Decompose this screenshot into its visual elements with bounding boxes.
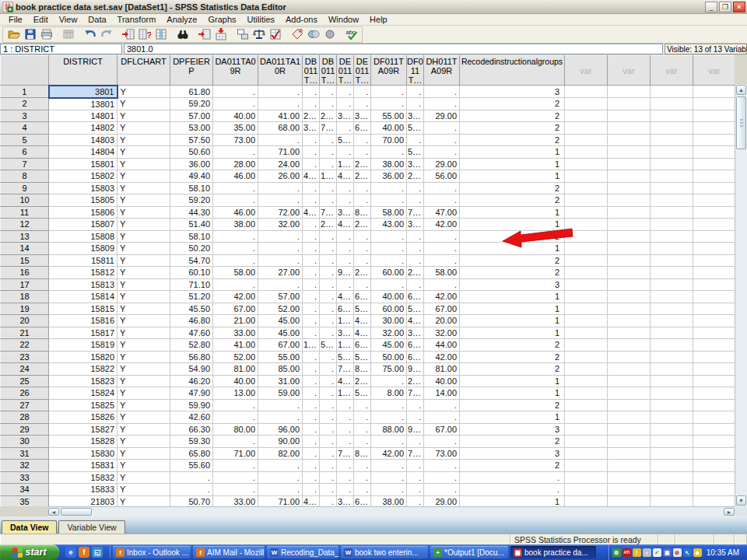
- column-header-dpfeierp[interactable]: DPFEIERP: [170, 56, 213, 86]
- grid-cell[interactable]: .: [303, 399, 320, 411]
- grid-cell[interactable]: .: [258, 194, 303, 207]
- grid-cell[interactable]: .: [213, 278, 258, 291]
- grid-cell[interactable]: 15813: [49, 278, 117, 291]
- grid-cell-empty[interactable]: [565, 158, 608, 170]
- grid-cell[interactable]: .: [320, 230, 337, 243]
- column-header-var[interactable]: var: [608, 56, 651, 86]
- grid-cell[interactable]: .: [320, 146, 337, 159]
- grid-cell[interactable]: 26.00: [258, 170, 303, 183]
- grid-cell[interactable]: .: [371, 460, 407, 472]
- grid-cell[interactable]: 3…: [407, 158, 424, 170]
- grid-cell[interactable]: .: [354, 460, 371, 472]
- grid-cell[interactable]: 7…: [337, 447, 354, 460]
- grid-cell[interactable]: 2: [460, 399, 565, 411]
- grid-cell-empty[interactable]: [651, 267, 693, 279]
- grid-cell[interactable]: 27.00: [258, 267, 303, 279]
- grid-cell[interactable]: .: [258, 411, 303, 424]
- grid-cell[interactable]: .: [170, 484, 213, 496]
- grid-cell-empty[interactable]: [608, 98, 651, 110]
- grid-cell[interactable]: 71.00: [213, 447, 258, 460]
- grid-cell[interactable]: .: [424, 146, 460, 159]
- grid-cell-empty[interactable]: [693, 110, 735, 122]
- grid-cell-empty[interactable]: [651, 423, 693, 436]
- grid-cell[interactable]: Y: [117, 484, 170, 496]
- grid-cell-empty[interactable]: [693, 387, 735, 400]
- column-header-df011ta09r[interactable]: DF011TA09R: [371, 56, 407, 86]
- grid-cell-empty[interactable]: [693, 303, 735, 315]
- grid-cell[interactable]: .: [354, 278, 371, 291]
- grid-cell-empty[interactable]: [565, 447, 608, 460]
- column-header-var[interactable]: var: [651, 56, 693, 86]
- grid-cell[interactable]: 3…: [337, 495, 354, 506]
- grid-cell-empty[interactable]: [565, 146, 608, 159]
- grid-cell[interactable]: 36.00: [170, 158, 213, 170]
- grid-cell[interactable]: 15802: [49, 170, 117, 183]
- grid-cell-empty[interactable]: [608, 182, 651, 194]
- grid-cell[interactable]: 5…: [337, 134, 354, 146]
- grid-cell[interactable]: 67.00: [213, 303, 258, 315]
- grid-cell-empty[interactable]: [693, 327, 735, 339]
- grid-cell[interactable]: .: [213, 243, 258, 255]
- grid-cell[interactable]: 15807: [49, 219, 117, 231]
- grid-cell-empty[interactable]: [651, 278, 693, 291]
- grid-cell[interactable]: 58.00: [371, 206, 407, 219]
- grid-cell-empty[interactable]: [608, 110, 651, 122]
- grid-cell[interactable]: 40.00: [424, 375, 460, 387]
- grid-cell[interactable]: .: [407, 471, 424, 484]
- grid-cell-empty[interactable]: [651, 399, 693, 411]
- grid-cell-empty[interactable]: [565, 291, 608, 303]
- grid-cell[interactable]: .: [424, 230, 460, 243]
- grid-cell-empty[interactable]: [565, 471, 608, 484]
- grid-cell[interactable]: .: [354, 436, 371, 448]
- grid-cell[interactable]: .: [407, 436, 424, 448]
- grid-cell-empty[interactable]: [693, 375, 735, 387]
- grid-cell[interactable]: 4…: [337, 291, 354, 303]
- grid-cell-empty[interactable]: [565, 375, 608, 387]
- grid-cell[interactable]: 13.00: [213, 387, 258, 400]
- grid-cell[interactable]: Y: [117, 134, 170, 146]
- grid-cell[interactable]: Y: [117, 303, 170, 315]
- grid-cell-empty[interactable]: [651, 170, 693, 183]
- goto-variable-icon[interactable]: ?: [136, 27, 153, 41]
- grid-cell[interactable]: .: [371, 230, 407, 243]
- grid-cell[interactable]: .: [320, 267, 337, 279]
- grid-cell-empty[interactable]: [651, 194, 693, 207]
- grid-cell[interactable]: .: [303, 471, 320, 484]
- grid-cell[interactable]: 3: [460, 423, 565, 436]
- grid-cell[interactable]: .: [303, 363, 320, 376]
- grid-cell[interactable]: .: [371, 254, 407, 267]
- grid-cell-empty[interactable]: [693, 278, 735, 291]
- show-all-variables-icon[interactable]: [321, 27, 338, 41]
- grid-cell-empty[interactable]: [651, 291, 693, 303]
- grid-cell[interactable]: 59.90: [170, 399, 213, 411]
- grid-cell[interactable]: .: [320, 315, 337, 327]
- grid-cell[interactable]: .: [407, 194, 424, 207]
- grid-cell[interactable]: 7…: [320, 122, 337, 135]
- grid-cell[interactable]: .: [213, 460, 258, 472]
- grid-cell[interactable]: 2…: [407, 375, 424, 387]
- grid-cell[interactable]: .: [320, 278, 337, 291]
- grid-cell-empty[interactable]: [693, 436, 735, 448]
- grid-cell[interactable]: .: [213, 182, 258, 194]
- grid-cell[interactable]: 42.00: [213, 291, 258, 303]
- grid-cell-empty[interactable]: [565, 495, 608, 506]
- grid-cell[interactable]: 2…: [354, 158, 371, 170]
- grid-cell[interactable]: 15812: [49, 267, 117, 279]
- grid-cell[interactable]: 8…: [354, 363, 371, 376]
- row-header-13[interactable]: 13: [1, 230, 49, 243]
- grid-cell[interactable]: Y: [117, 206, 170, 219]
- grid-cell-empty[interactable]: [651, 387, 693, 400]
- grid-cell[interactable]: .: [337, 122, 354, 135]
- grid-cell[interactable]: Y: [117, 363, 170, 376]
- menu-data[interactable]: Data: [82, 15, 111, 24]
- grid-cell[interactable]: .: [258, 230, 303, 243]
- grid-cell[interactable]: .: [303, 158, 320, 170]
- grid-cell[interactable]: 42.00: [424, 291, 460, 303]
- tab-data-view[interactable]: Data View: [2, 520, 57, 534]
- grid-cell[interactable]: .: [371, 399, 407, 411]
- grid-cell[interactable]: 5…: [354, 303, 371, 315]
- grid-cell[interactable]: .: [407, 460, 424, 472]
- grid-cell[interactable]: .: [371, 86, 407, 98]
- grid-cell-empty[interactable]: [651, 471, 693, 484]
- grid-cell[interactable]: 30.00: [371, 315, 407, 327]
